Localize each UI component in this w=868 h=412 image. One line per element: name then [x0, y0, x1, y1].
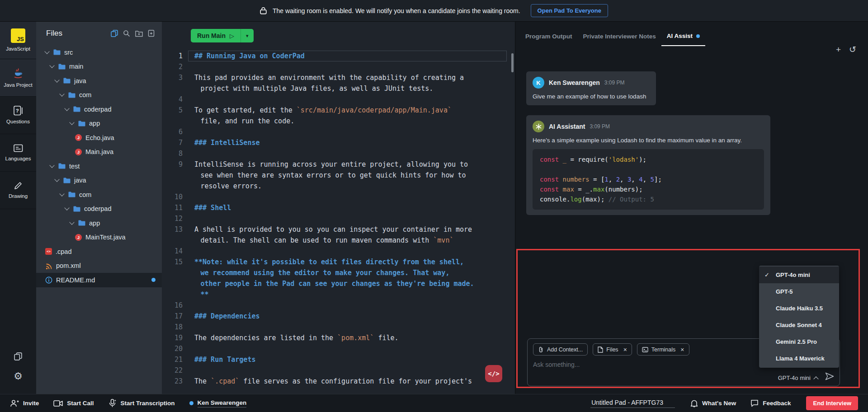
editor-line-1[interactable]: 1## Running Java on CoderPad	[162, 51, 515, 61]
model-option-claude-sonnet-4[interactable]: Claude Sonnet 4	[759, 317, 839, 333]
tab-label: AI Assist	[667, 33, 693, 39]
editor-line-14[interactable]: 14	[162, 246, 515, 257]
chip-terminals[interactable]: Terminals×	[637, 343, 689, 356]
send-icon[interactable]	[825, 372, 834, 380]
rail-item-questions[interactable]: ?Questions	[0, 97, 36, 134]
open-pad-button[interactable]: Open Pad To Everyone	[531, 4, 608, 17]
new-file-icon[interactable]	[148, 30, 155, 37]
code-editor[interactable]: Run Main ▷ ▾ 1## Running Java on CoderPa…	[162, 22, 515, 394]
model-option-gpt-4o-mini[interactable]: ✓GPT-4o mini	[759, 267, 839, 283]
rail-item-java-project[interactable]: Java Project	[0, 59, 36, 97]
close-icon[interactable]: ×	[623, 346, 627, 353]
invite-button[interactable]: Invite	[10, 399, 39, 407]
editor-line-19[interactable]: 19The dependencies are listed in the `po…	[162, 332, 515, 343]
editor-line-12[interactable]: 12	[162, 213, 515, 224]
rail-item-drawing[interactable]: Drawing	[0, 172, 36, 209]
copy-pages-icon[interactable]	[14, 352, 22, 360]
model-option-claude-haiku-3-5[interactable]: Claude Haiku 3.5	[759, 300, 839, 317]
duplicate-files-icon[interactable]	[111, 30, 118, 37]
file-tree-item-main-java[interactable]: JMain.java	[36, 145, 162, 159]
files-header: Files	[36, 22, 162, 38]
rail-item-javascript[interactable]: JSJavaScript	[0, 22, 36, 59]
editor-line-21[interactable]: 21### Run Targets	[162, 354, 515, 365]
search-icon[interactable]	[123, 30, 130, 37]
editor-lines[interactable]: 1## Running Java on CoderPad2 3This pad …	[162, 51, 515, 387]
editor-line-6[interactable]: 6	[162, 126, 515, 137]
editor-line-22[interactable]: 22	[162, 365, 515, 376]
editor-line-7[interactable]: 7### IntelliSense	[162, 137, 515, 148]
model-option-gpt-5[interactable]: GPT-5	[759, 283, 839, 300]
chip-add-context[interactable]: Add Context...	[533, 343, 588, 356]
file-tree-item-java[interactable]: java	[36, 173, 162, 188]
editor-line-20[interactable]: 20	[162, 343, 515, 354]
whats-new-label: What's New	[702, 400, 736, 407]
rail-item-languages[interactable]: Languages	[0, 134, 36, 172]
file-tree-item-main[interactable]: main	[36, 60, 162, 74]
bell-icon	[690, 399, 698, 407]
feedback-button[interactable]: Feedback	[750, 399, 791, 407]
whats-new-button[interactable]: What's New	[690, 399, 736, 407]
end-interview-button[interactable]: End Interview	[806, 396, 858, 410]
file-tree-item-src[interactable]: src	[36, 45, 162, 60]
file-tree-item-coderpad[interactable]: coderpad	[36, 102, 162, 117]
tab-program-output[interactable]: Program Output	[520, 33, 578, 46]
history-icon[interactable]: ↺	[849, 45, 856, 54]
editor-line-16[interactable]: 16	[162, 300, 515, 311]
file-name: java	[74, 177, 86, 184]
model-selector[interactable]: GPT-4o mini	[778, 375, 818, 381]
model-option-gemini-2-5-pro[interactable]: Gemini 2.5 Pro	[759, 333, 839, 350]
editor-scrollbar[interactable]	[511, 53, 514, 72]
file-tree-item-readme-md[interactable]: README.md	[36, 273, 162, 287]
pad-title-input[interactable]: Untitled Pad - AFFPTG73	[590, 399, 675, 408]
line-content: ## Running Java on CoderPad	[194, 51, 486, 61]
file-tree-item-com[interactable]: com	[36, 88, 162, 103]
close-icon[interactable]: ×	[680, 346, 684, 353]
start-call-label: Start Call	[67, 400, 94, 407]
file-tree-item-echo-java[interactable]: JEcho.java	[36, 131, 162, 145]
editor-line-8[interactable]: 8	[162, 148, 515, 159]
tab-ai-assist[interactable]: AI Assist	[661, 33, 705, 46]
editor-line-2[interactable]: 2	[162, 61, 515, 72]
file-tree-item-com[interactable]: com	[36, 187, 162, 202]
gear-icon[interactable]: ⚙	[14, 371, 23, 381]
model-selector-label: GPT-4o mini	[778, 375, 811, 381]
editor-line-17[interactable]: 17### Dependencies	[162, 311, 515, 322]
run-main-button[interactable]: Run Main ▷	[191, 29, 241, 42]
file-tree-item-app[interactable]: app	[36, 117, 162, 131]
editor-line-18[interactable]: 18	[162, 322, 515, 332]
model-option-llama-4-maverick[interactable]: Llama 4 Maverick	[759, 350, 839, 367]
editor-line-10[interactable]: 10	[162, 192, 515, 202]
file-name: java	[74, 77, 86, 84]
file-tree-item-java[interactable]: java	[36, 74, 162, 88]
line-number: 8	[162, 148, 188, 159]
editor-line-5[interactable]: 5To get started, edit the `src/main/java…	[162, 105, 515, 126]
editor-line-11[interactable]: 11### Shell	[162, 202, 515, 213]
lock-icon	[260, 7, 267, 14]
editor-line-13[interactable]: 13A shell is provided to you so you can …	[162, 224, 515, 246]
editor-line-23[interactable]: 23The `.cpad` file serves as the configu…	[162, 376, 515, 387]
message-header: K Ken Swearengen 3:09 PM	[533, 77, 646, 89]
file-tree-item-test[interactable]: test	[36, 159, 162, 173]
file-tree-item-coderpad[interactable]: coderpad	[36, 202, 162, 216]
line-number: 16	[162, 300, 188, 311]
tab-private-interviewer-notes[interactable]: Private Interviewer Notes	[578, 33, 661, 46]
line-content: The `.cpad` file serves as the configura…	[194, 376, 486, 387]
run-options-button[interactable]: ▾	[241, 29, 254, 42]
editor-line-15[interactable]: 15**Note: while it's possible to edit fi…	[162, 257, 515, 300]
editor-line-9[interactable]: 9IntelliSense is running across your ent…	[162, 159, 515, 192]
file-tree-item-pom-xml[interactable]: pom.xml	[36, 259, 162, 273]
line-number: 21	[162, 354, 188, 365]
editor-line-3[interactable]: 3This pad provides an environment with t…	[162, 72, 515, 94]
start-transcription-button[interactable]: Start Transcription	[108, 399, 175, 407]
current-user[interactable]: Ken Swearengen	[189, 399, 247, 407]
new-chat-icon[interactable]: +	[836, 45, 841, 54]
chip-files[interactable]: Files×	[593, 343, 632, 356]
file-tree-item-cpad[interactable]: <>.cpad	[36, 244, 162, 259]
new-folder-icon[interactable]	[135, 30, 143, 37]
code-fab-button[interactable]: </>	[485, 365, 502, 382]
file-tree-item-app[interactable]: app	[36, 216, 162, 230]
start-call-button[interactable]: Start Call	[53, 400, 94, 407]
editor-line-4[interactable]: 4	[162, 94, 515, 105]
file-tree-item-maintest-java[interactable]: JMainTest.java	[36, 230, 162, 245]
file-name: README.md	[56, 276, 95, 284]
